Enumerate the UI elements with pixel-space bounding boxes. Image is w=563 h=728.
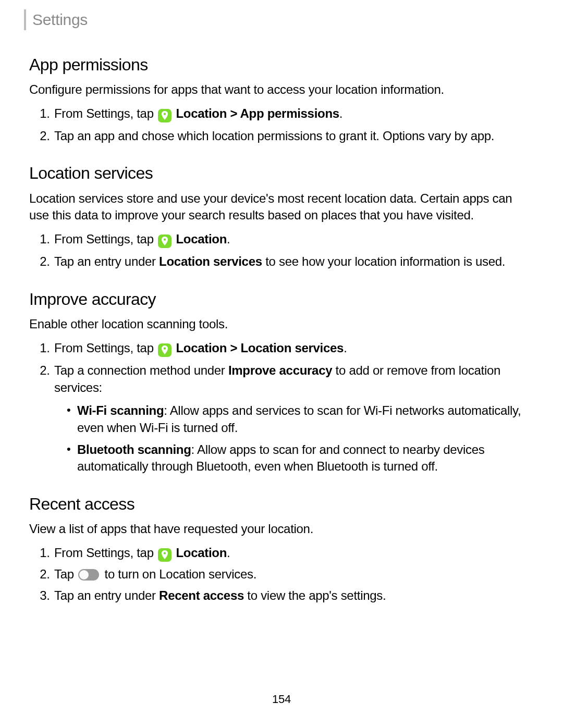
section-location-services: Location services Location services stor… [29, 162, 534, 270]
step: From Settings, tap Location. [53, 545, 534, 562]
step-text: From Settings, tap [54, 232, 157, 246]
page-header: Settings [24, 9, 534, 31]
svg-point-1 [164, 239, 166, 241]
step-bold: Location > Location services [176, 341, 344, 355]
bullet-item: Bluetooth scanning: Allow apps to scan f… [69, 441, 534, 475]
step-text: to view the app's settings. [244, 588, 386, 602]
step-bold: Location [176, 232, 227, 246]
step-text: From Settings, tap [54, 106, 157, 120]
heading-recent-access: Recent access [29, 493, 534, 515]
header-rule [24, 9, 26, 30]
intro-app-permissions: Configure permissions for apps that want… [29, 81, 534, 98]
heading-improve-accuracy: Improve accuracy [29, 288, 534, 311]
step-bold: Location [176, 546, 227, 560]
step: Tap an entry under Recent access to view… [53, 587, 534, 604]
heading-location-services: Location services [29, 162, 534, 184]
step: From Settings, tap Location. [53, 231, 534, 248]
step-bold: Recent access [159, 588, 244, 602]
page: Settings App permissions Configure permi… [0, 0, 563, 728]
step-text: to see how your location information is … [262, 254, 505, 268]
toggle-icon [78, 569, 99, 581]
intro-improve-accuracy: Enable other location scanning tools. [29, 316, 534, 332]
intro-location-services: Location services store and use your dev… [29, 190, 534, 224]
bullet-bold: Wi-Fi scanning [77, 403, 164, 417]
step: Tap to turn on Location services. [53, 566, 534, 583]
svg-point-3 [164, 552, 166, 554]
intro-recent-access: View a list of apps that have requested … [29, 521, 534, 537]
section-improve-accuracy: Improve accuracy Enable other location s… [29, 288, 534, 475]
step-text: Tap an app and chose which location perm… [54, 129, 494, 143]
step-text: Tap an entry under [54, 254, 159, 268]
breadcrumb-title: Settings [32, 9, 88, 31]
step: Tap an entry under Location services to … [53, 253, 534, 270]
step: Tap an app and chose which location perm… [53, 128, 534, 144]
step-text: to turn on Location services. [101, 567, 256, 581]
step: From Settings, tap Location > Location s… [53, 340, 534, 357]
section-app-permissions: App permissions Configure permissions fo… [29, 54, 534, 145]
step-text: Tap an entry under [54, 588, 159, 602]
location-icon [158, 235, 172, 248]
step: Tap a connection method under Improve ac… [53, 362, 534, 475]
section-recent-access: Recent access View a list of apps that h… [29, 493, 534, 604]
bullet-list: Wi-Fi scanning: Allow apps and services … [54, 402, 534, 475]
step-text: Tap a connection method under [54, 363, 228, 377]
heading-app-permissions: App permissions [29, 54, 534, 76]
svg-point-2 [164, 348, 166, 350]
step-text: From Settings, tap [54, 546, 157, 560]
step-text: . [227, 546, 230, 560]
step-text: . [344, 341, 347, 355]
step: From Settings, tap Location > App permis… [53, 105, 534, 122]
step-bold: Improve accuracy [228, 363, 332, 377]
location-icon [158, 109, 172, 122]
location-icon [158, 548, 172, 562]
step-text: . [227, 232, 230, 246]
page-number: 154 [0, 692, 563, 707]
steps-location-services: From Settings, tap Location. Tap an entr… [29, 231, 534, 270]
bullet-bold: Bluetooth scanning [77, 442, 191, 456]
steps-app-permissions: From Settings, tap Location > App permis… [29, 105, 534, 144]
bullet-item: Wi-Fi scanning: Allow apps and services … [69, 402, 534, 436]
location-icon [158, 343, 172, 357]
steps-improve-accuracy: From Settings, tap Location > Location s… [29, 340, 534, 475]
step-text: . [339, 106, 342, 120]
svg-point-0 [164, 113, 166, 115]
step-bold: Location services [159, 254, 262, 268]
steps-recent-access: From Settings, tap Location. Tap to turn… [29, 545, 534, 604]
step-text: Tap [54, 567, 77, 581]
step-text: From Settings, tap [54, 341, 157, 355]
step-bold: Location > App permissions [176, 106, 339, 120]
